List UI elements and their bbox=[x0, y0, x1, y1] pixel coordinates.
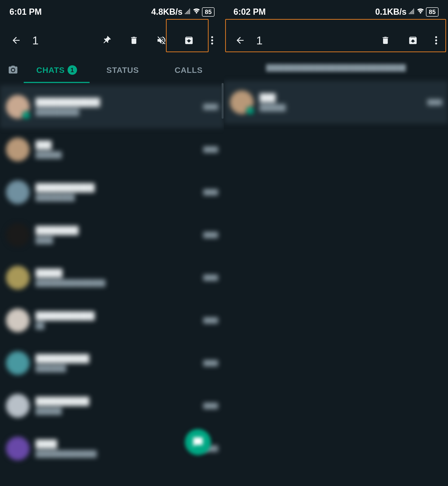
chat-time: ████ bbox=[203, 232, 218, 238]
pin-button[interactable] bbox=[100, 34, 113, 47]
selection-action-bar: 1 bbox=[0, 24, 224, 57]
phone-screenshot-left: 6:01 PM 4.8KB/s 85 1 bbox=[0, 0, 224, 486]
chat-title: ███████████ bbox=[36, 311, 197, 320]
chat-preview: ████ bbox=[36, 237, 197, 244]
svg-point-0 bbox=[211, 36, 213, 38]
tab-status[interactable]: STATUS bbox=[90, 57, 155, 83]
svg-point-2 bbox=[211, 42, 213, 44]
delete-button[interactable] bbox=[379, 34, 392, 47]
avatar[interactable] bbox=[6, 223, 30, 247]
avatar[interactable] bbox=[6, 437, 30, 460]
chat-preview: ██████ bbox=[36, 407, 197, 415]
chat-title: ███ bbox=[260, 93, 421, 102]
back-button[interactable] bbox=[233, 34, 247, 47]
tab-calls[interactable]: CALLS bbox=[156, 57, 222, 83]
selection-action-bar: 1 bbox=[224, 24, 448, 57]
chat-preview: █████████ bbox=[36, 194, 197, 201]
chat-item[interactable]: ████████████ ████ bbox=[0, 214, 224, 256]
new-chat-fab[interactable] bbox=[185, 429, 211, 455]
chat-time: ████ bbox=[203, 317, 218, 323]
chat-title: ██████████ bbox=[36, 354, 197, 363]
chat-time: ████ bbox=[203, 146, 218, 153]
chat-time: ████ bbox=[203, 360, 218, 366]
selection-count: 1 bbox=[256, 34, 263, 47]
tab-chats-badge: 1 bbox=[68, 65, 77, 75]
tab-chats[interactable]: CHATS 1 bbox=[24, 57, 90, 83]
chat-preview: ██████████████ bbox=[36, 450, 197, 458]
chat-title: ████████████ bbox=[36, 98, 197, 107]
wifi-icon bbox=[417, 7, 424, 17]
chat-item[interactable]: █████████████ ████ bbox=[0, 299, 224, 342]
chat-title: ████████ bbox=[36, 226, 197, 235]
chat-time: ████ bbox=[203, 104, 218, 110]
avatar[interactable] bbox=[6, 95, 30, 119]
chat-preview: ██████████ bbox=[36, 108, 197, 116]
svg-point-5 bbox=[435, 42, 437, 44]
chat-preview: ████████████████ bbox=[36, 279, 197, 287]
avatar[interactable] bbox=[6, 308, 30, 332]
avatar[interactable] bbox=[6, 351, 30, 375]
chat-preview: ██████ bbox=[260, 104, 421, 111]
network-speed: 0.1KB/s bbox=[375, 7, 407, 17]
status-right: 0.1KB/s 85 bbox=[375, 7, 439, 17]
battery-icon: 85 bbox=[202, 7, 215, 16]
back-button[interactable] bbox=[9, 34, 23, 47]
chat-item[interactable]: ████████████████████ ████ bbox=[0, 171, 224, 214]
chat-title: ███████████ bbox=[36, 183, 197, 192]
chat-title: ██████████ bbox=[36, 397, 197, 405]
avatar[interactable] bbox=[6, 138, 30, 161]
status-bar: 6:02 PM 0.1KB/s 85 bbox=[224, 0, 448, 24]
chat-title: ████ bbox=[36, 439, 197, 448]
network-speed: 4.8KB/s bbox=[151, 7, 183, 17]
delete-button[interactable] bbox=[127, 34, 141, 47]
chat-item[interactable]: █████████████████████ ████ bbox=[0, 256, 224, 299]
selection-count: 1 bbox=[32, 34, 39, 47]
status-bar: 6:01 PM 4.8KB/s 85 bbox=[0, 0, 224, 24]
svg-point-4 bbox=[435, 39, 437, 41]
selected-check-icon bbox=[246, 107, 255, 115]
chat-list: ██████████████████████ ████ █████████ ██… bbox=[0, 83, 224, 470]
camera-tab[interactable] bbox=[2, 65, 24, 75]
chat-time: ████ bbox=[427, 99, 442, 105]
more-options-button[interactable] bbox=[434, 34, 439, 47]
avatar[interactable] bbox=[6, 394, 30, 418]
status-right: 4.8KB/s 85 bbox=[151, 7, 215, 17]
chat-item[interactable]: █████████████████ ████ bbox=[0, 342, 224, 384]
more-options-button[interactable] bbox=[210, 34, 215, 47]
chat-time: ████ bbox=[203, 275, 218, 281]
wifi-icon bbox=[193, 7, 200, 17]
signal-icon bbox=[408, 7, 415, 17]
chat-item[interactable]: █████████ ████ bbox=[0, 128, 224, 171]
chat-preview: ██ bbox=[36, 322, 197, 329]
selected-check-icon bbox=[22, 111, 31, 120]
battery-icon: 85 bbox=[426, 7, 439, 16]
status-time: 6:02 PM bbox=[233, 7, 266, 17]
avatar[interactable] bbox=[6, 180, 30, 204]
chat-preview: ███████ bbox=[36, 365, 197, 372]
tab-calls-label: CALLS bbox=[175, 66, 203, 75]
chat-item[interactable]: ██████████████████████ ████ bbox=[0, 85, 224, 128]
tab-status-label: STATUS bbox=[106, 66, 139, 75]
svg-point-3 bbox=[435, 36, 437, 38]
archived-info-text: ████████████████████████████████ bbox=[224, 57, 448, 79]
mute-button[interactable] bbox=[155, 34, 168, 47]
archived-chat-list: █████████ ████ bbox=[224, 79, 448, 124]
tab-chats-label: CHATS bbox=[36, 66, 65, 75]
unarchive-button[interactable] bbox=[406, 34, 420, 47]
avatar[interactable] bbox=[230, 91, 254, 114]
chat-time: ████ bbox=[203, 189, 218, 195]
phone-screenshot-right: 6:02 PM 0.1KB/s 85 1 bbox=[224, 0, 448, 486]
archive-button[interactable] bbox=[182, 34, 196, 47]
chat-title: ███ bbox=[36, 140, 197, 149]
signal-icon bbox=[184, 7, 191, 17]
svg-point-1 bbox=[211, 39, 213, 41]
chat-time: ████ bbox=[203, 403, 218, 409]
chat-item[interactable]: ████████████████ ████ bbox=[0, 384, 224, 427]
tabs-bar: CHATS 1 STATUS CALLS bbox=[0, 57, 224, 83]
chat-title: █████ bbox=[36, 269, 197, 277]
chat-preview: ██████ bbox=[36, 151, 197, 158]
chat-item[interactable]: █████████ ████ bbox=[224, 81, 448, 124]
status-time: 6:01 PM bbox=[9, 7, 42, 17]
avatar[interactable] bbox=[6, 266, 30, 289]
